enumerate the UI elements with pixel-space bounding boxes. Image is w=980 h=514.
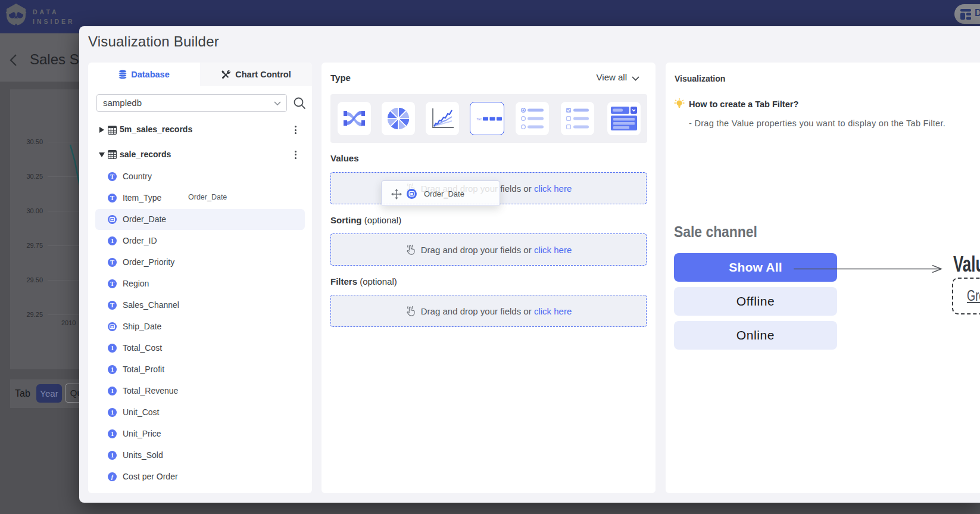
svg-text:1: 1 [111, 238, 114, 244]
svg-text:1: 1 [111, 366, 114, 373]
svg-text:T: T [110, 173, 114, 180]
svg-text:T: T [110, 195, 114, 201]
svg-text:1: 1 [111, 345, 114, 351]
svg-text:T: T [110, 259, 114, 266]
svg-text:T: T [110, 302, 114, 309]
svg-text:1: 1 [111, 431, 114, 437]
svg-text:T: T [110, 281, 114, 287]
svg-text:1: 1 [111, 452, 114, 459]
svg-text:1: 1 [111, 409, 114, 416]
svg-text:1: 1 [111, 388, 114, 394]
